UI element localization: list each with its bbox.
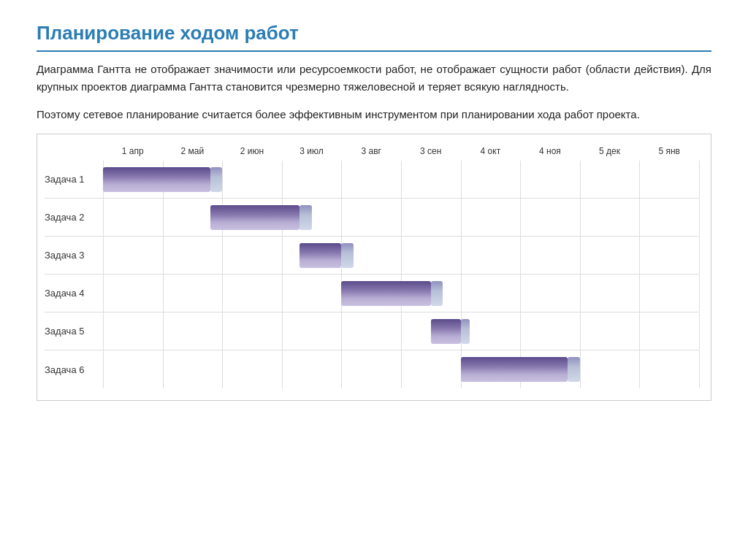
row-label-5: Задача 6 bbox=[45, 364, 103, 375]
grid-line bbox=[341, 350, 342, 388]
grid-line bbox=[699, 199, 700, 236]
grid-line bbox=[639, 350, 640, 388]
grid-line bbox=[461, 275, 462, 312]
grid-line bbox=[520, 312, 521, 350]
row-bars-2 bbox=[103, 237, 699, 274]
row-bars-1 bbox=[103, 199, 699, 236]
grid-line bbox=[222, 237, 223, 274]
gantt-bar-2-1 bbox=[341, 243, 353, 268]
grid-line bbox=[639, 161, 640, 198]
grid-line bbox=[580, 199, 581, 236]
col-label-5: 3 сен bbox=[401, 146, 461, 156]
grid-line bbox=[639, 275, 640, 312]
grid-line bbox=[282, 161, 283, 198]
col-label-7: 4 ноя bbox=[520, 146, 580, 156]
grid-line bbox=[699, 350, 700, 388]
grid-line bbox=[401, 350, 402, 388]
grid-line bbox=[282, 350, 283, 388]
grid-line bbox=[341, 312, 342, 350]
grid-line bbox=[222, 161, 223, 198]
grid-line bbox=[282, 275, 283, 312]
col-label-2: 2 июн bbox=[222, 146, 282, 156]
row-bars-3 bbox=[103, 275, 699, 312]
page-title: Планирование ходом работ bbox=[37, 22, 711, 52]
grid-line bbox=[520, 237, 521, 274]
grid-line bbox=[163, 237, 164, 274]
gantt-bar-5-0 bbox=[461, 357, 568, 382]
gantt-bar-3-1 bbox=[431, 281, 443, 306]
col-label-8: 5 дек bbox=[580, 146, 640, 156]
grid-line bbox=[401, 161, 402, 198]
chart-row-5: Задача 6 bbox=[45, 350, 699, 388]
grid-line bbox=[163, 350, 164, 388]
grid-line bbox=[401, 237, 402, 274]
grid-line bbox=[461, 199, 462, 236]
grid-line bbox=[639, 312, 640, 350]
grid-line bbox=[163, 312, 164, 350]
grid-line bbox=[103, 199, 104, 236]
grid-line bbox=[520, 161, 521, 198]
gantt-bar-0-1 bbox=[210, 167, 222, 192]
grid-line bbox=[699, 312, 700, 350]
chart-row-4: Задача 5 bbox=[45, 312, 699, 350]
gantt-chart: 1 апр2 май2 июн3 июл3 авг3 сен4 окт4 ноя… bbox=[45, 146, 699, 388]
grid-line bbox=[580, 350, 581, 388]
gantt-bar-0-0 bbox=[103, 167, 210, 192]
chart-row-3: Задача 4 bbox=[45, 275, 699, 312]
col-label-3: 3 июл bbox=[282, 146, 342, 156]
gantt-bar-1-0 bbox=[210, 205, 299, 230]
gantt-bar-4-1 bbox=[461, 319, 470, 344]
chart-row-2: Задача 3 bbox=[45, 237, 699, 275]
row-bars-4 bbox=[103, 312, 699, 350]
grid-line bbox=[222, 312, 223, 350]
col-label-4: 3 авг bbox=[341, 146, 401, 156]
grid-line bbox=[639, 237, 640, 274]
paragraph-2: Поэтому сетевое планирование считается б… bbox=[37, 106, 711, 123]
grid-line bbox=[103, 275, 104, 312]
col-label-1: 2 май bbox=[163, 146, 223, 156]
grid-line bbox=[401, 199, 402, 236]
grid-line bbox=[699, 237, 700, 274]
grid-line bbox=[461, 161, 462, 198]
row-bars-0 bbox=[103, 161, 699, 198]
col-label-6: 4 окт bbox=[461, 146, 521, 156]
col-label-9: 5 янв bbox=[639, 146, 699, 156]
grid-line bbox=[222, 350, 223, 388]
grid-line bbox=[341, 199, 342, 236]
col-label-0: 1 апр bbox=[103, 146, 163, 156]
gantt-bar-3-0 bbox=[341, 281, 430, 306]
gantt-bar-1-1 bbox=[299, 205, 311, 230]
gantt-bar-5-1 bbox=[568, 357, 579, 382]
grid-line bbox=[341, 161, 342, 198]
grid-line bbox=[461, 237, 462, 274]
row-label-4: Задача 5 bbox=[45, 326, 103, 337]
paragraph-1: Диаграмма Гантта не отображает значимост… bbox=[37, 61, 711, 96]
grid-line bbox=[520, 275, 521, 312]
grid-line bbox=[580, 237, 581, 274]
row-label-1: Задача 2 bbox=[45, 212, 103, 223]
grid-line bbox=[520, 199, 521, 236]
gantt-chart-wrapper: 1 апр2 май2 июн3 июл3 авг3 сен4 окт4 ноя… bbox=[37, 134, 711, 401]
grid-line bbox=[580, 312, 581, 350]
chart-row-1: Задача 2 bbox=[45, 199, 699, 237]
row-label-2: Задача 3 bbox=[45, 250, 103, 261]
grid-line bbox=[103, 237, 104, 274]
grid-line bbox=[103, 312, 104, 350]
gantt-bar-2-0 bbox=[299, 243, 341, 268]
grid-line bbox=[699, 275, 700, 312]
grid-line bbox=[222, 275, 223, 312]
grid-line bbox=[401, 312, 402, 350]
grid-line bbox=[163, 275, 164, 312]
chart-rows: Задача 1Задача 2Задача 3Задача 4Задача 5… bbox=[45, 161, 699, 388]
grid-line bbox=[282, 237, 283, 274]
gantt-bar-4-0 bbox=[431, 319, 461, 344]
chart-header: 1 апр2 май2 июн3 июл3 авг3 сен4 окт4 ноя… bbox=[103, 146, 699, 156]
row-bars-5 bbox=[103, 350, 699, 388]
grid-line bbox=[282, 312, 283, 350]
chart-row-0: Задача 1 bbox=[45, 161, 699, 199]
grid-line bbox=[639, 199, 640, 236]
grid-line bbox=[699, 161, 700, 198]
row-label-0: Задача 1 bbox=[45, 174, 103, 185]
grid-line bbox=[103, 350, 104, 388]
grid-line bbox=[580, 161, 581, 198]
